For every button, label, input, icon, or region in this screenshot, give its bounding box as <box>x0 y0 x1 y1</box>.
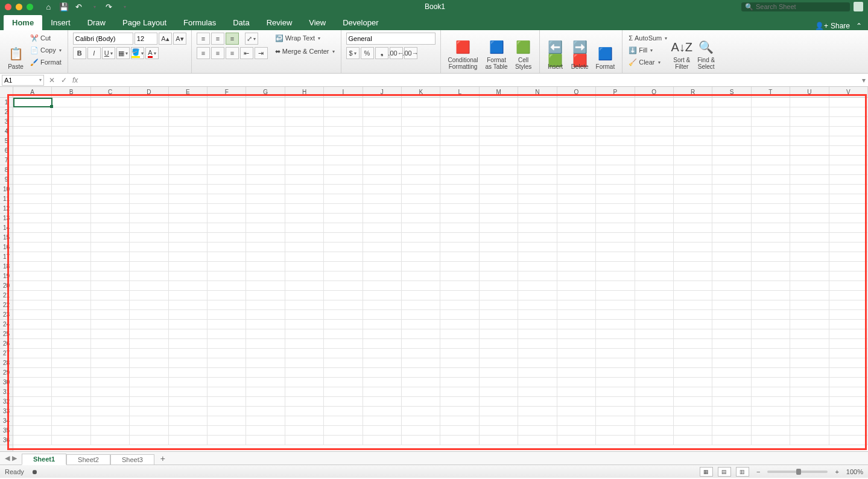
cell[interactable] <box>829 204 868 214</box>
cell[interactable] <box>13 165 52 175</box>
cell[interactable] <box>324 214 363 223</box>
cell[interactable] <box>829 349 868 358</box>
cell[interactable] <box>207 136 246 146</box>
cell[interactable] <box>712 426 751 436</box>
cell[interactable] <box>402 300 440 310</box>
cell[interactable] <box>130 368 168 378</box>
tab-home[interactable]: Home <box>4 15 42 30</box>
cell[interactable] <box>285 387 324 397</box>
cell[interactable] <box>712 320 751 329</box>
cell[interactable] <box>518 310 557 320</box>
cell[interactable] <box>246 300 285 310</box>
cell[interactable] <box>169 300 207 310</box>
cell[interactable] <box>402 271 440 281</box>
cell[interactable] <box>674 214 712 223</box>
cell[interactable] <box>246 252 285 262</box>
cell[interactable] <box>829 127 868 136</box>
cell[interactable] <box>752 127 790 136</box>
cell[interactable] <box>363 175 402 185</box>
percent-format-button[interactable]: % <box>361 47 374 59</box>
cell[interactable] <box>285 107 324 117</box>
cell[interactable] <box>518 107 557 117</box>
cell[interactable] <box>246 204 285 214</box>
row-header[interactable]: 25 <box>0 329 13 339</box>
cell[interactable] <box>169 175 207 185</box>
cell[interactable] <box>480 387 518 397</box>
cell[interactable] <box>712 233 751 243</box>
cell[interactable] <box>207 165 246 175</box>
cell[interactable] <box>480 329 518 339</box>
cell[interactable] <box>91 127 130 136</box>
cell[interactable] <box>324 416 363 426</box>
cell[interactable] <box>790 194 829 204</box>
cell[interactable] <box>557 426 596 436</box>
cell[interactable] <box>790 387 829 397</box>
cell[interactable] <box>596 300 635 310</box>
cell[interactable] <box>752 271 790 281</box>
cell[interactable] <box>402 378 440 387</box>
cell[interactable] <box>596 165 635 175</box>
cell[interactable] <box>13 281 52 291</box>
fill-color-button[interactable]: 🪣 <box>131 47 144 59</box>
cell[interactable] <box>440 243 479 252</box>
cell[interactable] <box>790 223 829 233</box>
cell[interactable] <box>363 194 402 204</box>
cell[interactable] <box>13 387 52 397</box>
cell[interactable] <box>480 107 518 117</box>
autosum-button[interactable]: ΣAutoSum <box>627 33 668 43</box>
cell[interactable] <box>557 397 596 407</box>
cell[interactable] <box>518 339 557 349</box>
cell[interactable] <box>752 378 790 387</box>
cell[interactable] <box>91 436 130 445</box>
cell[interactable] <box>596 252 635 262</box>
cell[interactable] <box>557 310 596 320</box>
cell[interactable] <box>402 407 440 416</box>
decrease-indent-button[interactable]: ⇤ <box>240 47 253 59</box>
cell[interactable] <box>557 358 596 368</box>
cell[interactable] <box>674 117 712 127</box>
cell[interactable] <box>169 397 207 407</box>
cell[interactable] <box>246 262 285 271</box>
cell[interactable] <box>169 378 207 387</box>
cell[interactable] <box>480 397 518 407</box>
cell[interactable] <box>674 320 712 329</box>
row-header[interactable]: 3 <box>0 117 13 127</box>
cell[interactable] <box>635 339 674 349</box>
cell[interactable] <box>130 407 168 416</box>
cell[interactable] <box>91 339 130 349</box>
cell[interactable] <box>52 165 90 175</box>
cell[interactable] <box>635 271 674 281</box>
cell[interactable] <box>752 368 790 378</box>
cell[interactable] <box>829 223 868 233</box>
cell[interactable] <box>480 223 518 233</box>
cell[interactable] <box>518 416 557 426</box>
cell[interactable] <box>402 233 440 243</box>
cell[interactable] <box>635 194 674 204</box>
cell[interactable] <box>635 291 674 300</box>
cell[interactable] <box>557 339 596 349</box>
cell[interactable] <box>518 300 557 310</box>
cell[interactable] <box>829 291 868 300</box>
cell[interactable] <box>712 291 751 300</box>
cell[interactable] <box>246 223 285 233</box>
cell[interactable] <box>829 165 868 175</box>
cell[interactable] <box>402 214 440 223</box>
cell[interactable] <box>712 397 751 407</box>
cell[interactable] <box>712 136 751 146</box>
cell[interactable] <box>752 358 790 368</box>
cell[interactable] <box>596 185 635 194</box>
cell[interactable] <box>440 358 479 368</box>
cell[interactable] <box>712 214 751 223</box>
cell[interactable] <box>13 214 52 223</box>
cell[interactable] <box>207 397 246 407</box>
cell[interactable] <box>130 243 168 252</box>
cell[interactable] <box>91 175 130 185</box>
cell[interactable] <box>596 156 635 165</box>
cell[interactable] <box>829 339 868 349</box>
cell[interactable] <box>712 107 751 117</box>
cell[interactable] <box>246 349 285 358</box>
cell[interactable] <box>752 117 790 127</box>
cell[interactable] <box>402 358 440 368</box>
cell[interactable] <box>285 204 324 214</box>
cell[interactable] <box>246 175 285 185</box>
